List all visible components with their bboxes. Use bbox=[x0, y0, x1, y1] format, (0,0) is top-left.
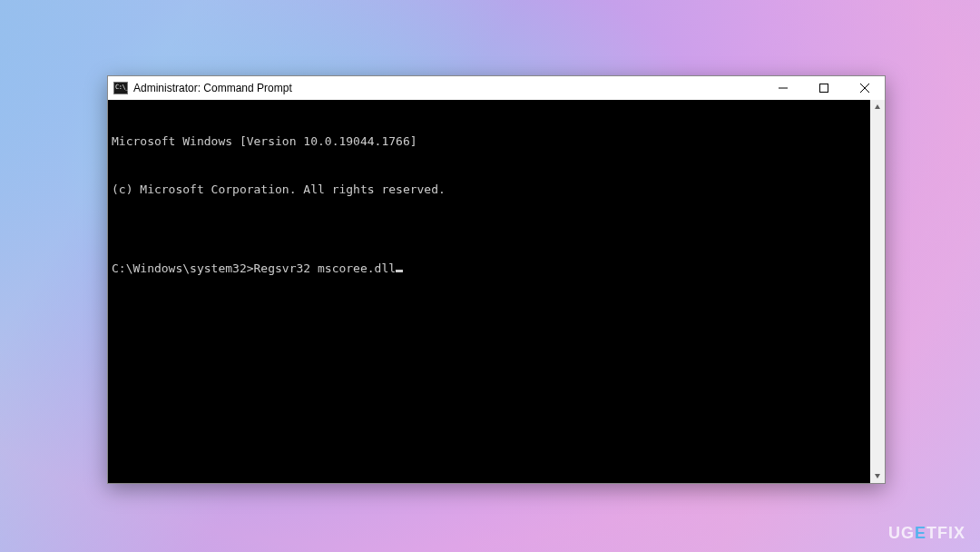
scroll-down-icon bbox=[874, 472, 881, 479]
terminal-line-version: Microsoft Windows [Version 10.0.19044.17… bbox=[112, 133, 867, 150]
terminal-prompt: C:\Windows\system32> bbox=[112, 261, 254, 277]
minimize-icon bbox=[779, 84, 788, 93]
terminal-output[interactable]: Microsoft Windows [Version 10.0.19044.17… bbox=[108, 100, 870, 483]
window-title: Administrator: Command Prompt bbox=[133, 82, 292, 94]
watermark-pre: UG bbox=[888, 524, 915, 542]
window-controls bbox=[762, 76, 885, 100]
scroll-track[interactable] bbox=[870, 114, 885, 468]
terminal-line-copyright: (c) Microsoft Corporation. All rights re… bbox=[112, 182, 867, 198]
watermark-logo: UGETFIX bbox=[888, 524, 965, 543]
scroll-up-icon bbox=[874, 104, 881, 111]
terminal-cursor bbox=[396, 270, 403, 272]
terminal-prompt-line: C:\Windows\system32>Regsvr32 mscoree.dll bbox=[112, 261, 867, 277]
watermark-accent: E bbox=[915, 524, 926, 543]
maximize-icon bbox=[819, 84, 828, 93]
maximize-button[interactable] bbox=[803, 76, 844, 100]
scroll-up-button[interactable] bbox=[870, 100, 885, 114]
watermark-post: TFIX bbox=[926, 524, 965, 542]
vertical-scrollbar[interactable] bbox=[870, 100, 885, 483]
cmd-app-icon bbox=[113, 82, 128, 94]
terminal-area: Microsoft Windows [Version 10.0.19044.17… bbox=[108, 100, 885, 483]
scroll-down-button[interactable] bbox=[870, 468, 885, 483]
titlebar[interactable]: Administrator: Command Prompt bbox=[108, 76, 885, 100]
svg-marker-4 bbox=[875, 104, 880, 109]
svg-marker-5 bbox=[875, 474, 880, 478]
close-button[interactable] bbox=[844, 76, 885, 100]
minimize-button[interactable] bbox=[762, 76, 803, 100]
terminal-command: Regsvr32 mscoree.dll bbox=[254, 261, 397, 277]
close-icon bbox=[860, 84, 869, 93]
svg-rect-1 bbox=[819, 84, 828, 93]
command-prompt-window: Administrator: Command Prompt Microsoft … bbox=[107, 75, 886, 484]
svg-rect-0 bbox=[779, 88, 788, 89]
